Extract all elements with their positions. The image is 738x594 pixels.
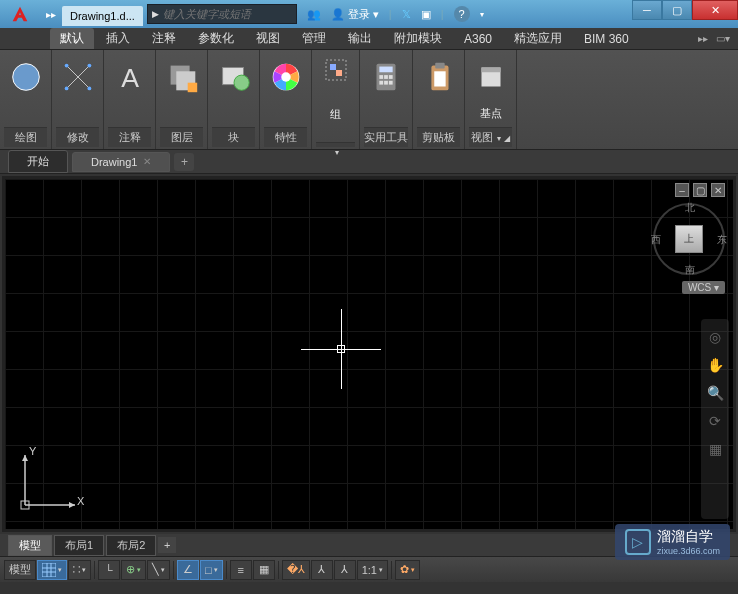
status-model-button[interactable]: 模型: [4, 560, 36, 580]
ribbon-tab-view[interactable]: 视图: [246, 28, 290, 49]
svg-rect-16: [330, 64, 336, 70]
status-transparency-button[interactable]: ▦: [253, 560, 275, 580]
nav-wheel-icon[interactable]: ◎: [705, 327, 725, 347]
svg-rect-22: [389, 75, 393, 79]
start-tab[interactable]: 开始: [8, 150, 68, 173]
ribbon-expand-icon[interactable]: ▸▸: [698, 33, 708, 44]
ribbon-tab-a360[interactable]: A360: [454, 30, 502, 48]
panel-title-draw: 绘图: [4, 127, 47, 147]
new-tab-button[interactable]: +: [174, 153, 194, 171]
ribbon-cycle-icon[interactable]: ▭▾: [716, 33, 730, 44]
panel-properties[interactable]: 特性: [260, 50, 312, 149]
status-snap-button[interactable]: ⸬▾: [68, 560, 91, 580]
search-box[interactable]: ▶: [147, 4, 297, 24]
nav-zoom-icon[interactable]: 🔍: [705, 383, 725, 403]
viewcube[interactable]: 上 北 南 东 西: [653, 203, 725, 275]
wcs-label[interactable]: WCS ▾: [682, 281, 725, 294]
move-icon[interactable]: [59, 58, 97, 96]
clipboard-icon[interactable]: [420, 58, 458, 96]
status-otrack-button[interactable]: □▾: [200, 560, 223, 580]
qat-expand-icon[interactable]: ▸▸: [40, 9, 62, 20]
layout-add-button[interactable]: +: [158, 537, 176, 553]
status-polar-button[interactable]: ⊕▾: [121, 560, 146, 580]
panel-label-groups: 组: [330, 105, 341, 124]
ribbon-tab-manage[interactable]: 管理: [292, 28, 336, 49]
panel-clipboard[interactable]: 剪贴板: [413, 50, 465, 149]
panel-draw[interactable]: 绘图: [0, 50, 52, 149]
svg-point-14: [281, 72, 291, 82]
minimize-button[interactable]: ─: [632, 0, 662, 20]
ucs-icon[interactable]: X Y: [15, 445, 85, 519]
ribbon-tab-default[interactable]: 默认: [50, 28, 94, 49]
close-tab-icon[interactable]: ✕: [143, 156, 151, 167]
base-view-icon[interactable]: [472, 58, 510, 96]
status-grid-button[interactable]: ▾: [37, 560, 67, 580]
svg-rect-24: [384, 81, 388, 85]
drawing-canvas[interactable]: X Y – ▢ ✕ 上 北 南 东 西 WCS ▾ ◎ ✋ 🔍 ⟳ ▦: [2, 176, 736, 532]
svg-point-12: [234, 75, 249, 90]
status-autoscale-button[interactable]: ⅄: [334, 560, 356, 580]
layout-tab-model[interactable]: 模型: [8, 535, 52, 556]
ribbon-tab-annotate[interactable]: 注释: [142, 28, 186, 49]
panel-block[interactable]: 块: [208, 50, 260, 149]
viewport-minimize-icon[interactable]: –: [675, 183, 689, 197]
ribbon-tab-output[interactable]: 输出: [338, 28, 382, 49]
svg-rect-28: [434, 71, 445, 86]
panel-groups[interactable]: 组 ▾: [312, 50, 360, 149]
panel-title-modify: 修改: [56, 127, 99, 147]
drawing-tab[interactable]: Drawing1✕: [72, 152, 170, 172]
status-annoscale-button[interactable]: �⅄: [282, 560, 310, 580]
ribbon-tab-insert[interactable]: 插入: [96, 28, 140, 49]
panel-view-base[interactable]: 基点 视图 ▾ ◢: [465, 50, 517, 149]
layers-icon[interactable]: [163, 58, 201, 96]
layout-tab-1[interactable]: 布局1: [54, 535, 104, 556]
nav-showmotion-icon[interactable]: ▦: [705, 439, 725, 459]
document-title-tab[interactable]: Drawing1.d...: [62, 6, 143, 26]
svg-point-0: [12, 64, 39, 91]
window-controls: ─ ▢ ✕: [632, 0, 738, 20]
help-icon[interactable]: ?: [454, 6, 470, 22]
viewport-close-icon[interactable]: ✕: [711, 183, 725, 197]
color-wheel-icon[interactable]: [267, 58, 305, 96]
layout-tab-2[interactable]: 布局2: [106, 535, 156, 556]
block-icon[interactable]: [215, 58, 253, 96]
panel-annotation[interactable]: A 注释: [104, 50, 156, 149]
title-right-tools: 👥 👤 登录 ▾ | 𝕏 ▣ | ? ▾: [307, 6, 484, 22]
nav-orbit-icon[interactable]: ⟳: [705, 411, 725, 431]
circle-icon[interactable]: [7, 58, 45, 96]
ribbon-tab-strip: 默认 插入 注释 参数化 视图 管理 输出 附加模块 A360 精选应用 BIM…: [0, 28, 738, 50]
status-annovisibility-button[interactable]: ⅄: [311, 560, 333, 580]
search-input[interactable]: [163, 8, 292, 20]
viewport-maximize-icon[interactable]: ▢: [693, 183, 707, 197]
nav-pan-icon[interactable]: ✋: [705, 355, 725, 375]
login-button[interactable]: 👤 登录 ▾: [331, 7, 379, 22]
close-button[interactable]: ✕: [692, 0, 738, 20]
ribbon-tab-addins[interactable]: 附加模块: [384, 28, 452, 49]
ribbon-tab-bim360[interactable]: BIM 360: [574, 30, 639, 48]
exchange-app-icon[interactable]: ▣: [421, 8, 431, 21]
panel-modify[interactable]: 修改: [52, 50, 104, 149]
calculator-icon[interactable]: [367, 58, 405, 96]
status-osnap-button[interactable]: ∠: [177, 560, 199, 580]
maximize-button[interactable]: ▢: [662, 0, 692, 20]
panel-utilities[interactable]: 实用工具: [360, 50, 413, 149]
status-workspace-button[interactable]: ✿▾: [395, 560, 420, 580]
svg-point-4: [87, 64, 91, 68]
status-isodraft-button[interactable]: ╲▾: [147, 560, 170, 580]
status-ortho-button[interactable]: └: [98, 560, 120, 580]
panel-label-base: 基点: [480, 104, 502, 123]
ribbon-tab-featured[interactable]: 精选应用: [504, 28, 572, 49]
ribbon-tab-parametric[interactable]: 参数化: [188, 28, 244, 49]
infocenter-icon[interactable]: 👥: [307, 8, 321, 21]
group-icon[interactable]: [324, 58, 348, 82]
app-menu-button[interactable]: [0, 0, 40, 28]
panel-title-clipboard: 剪贴板: [417, 127, 460, 147]
search-play-icon: ▶: [152, 9, 159, 19]
panel-layers[interactable]: 图层: [156, 50, 208, 149]
svg-point-5: [64, 64, 68, 68]
status-lineweight-button[interactable]: ≡: [230, 560, 252, 580]
exchange-x-icon[interactable]: 𝕏: [402, 8, 411, 21]
text-icon[interactable]: A: [111, 58, 149, 96]
status-scale-button[interactable]: 1:1▾: [357, 560, 388, 580]
viewcube-top-face[interactable]: 上: [675, 225, 703, 253]
